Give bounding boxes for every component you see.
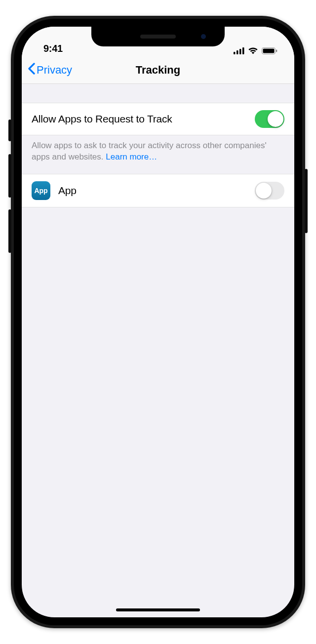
content: Allow Apps to Request to Track Allow app… [22, 84, 294, 207]
battery-icon [262, 47, 277, 54]
side-button-silent [8, 120, 11, 141]
side-button-volume-down [8, 209, 11, 253]
toggle-allow-tracking[interactable] [255, 110, 284, 128]
svg-rect-2 [239, 49, 241, 54]
home-indicator[interactable] [116, 608, 200, 611]
svg-rect-1 [237, 50, 238, 54]
section-footer: Allow apps to ask to track your activity… [22, 135, 294, 174]
side-button-volume-up [8, 154, 11, 198]
svg-rect-0 [234, 52, 236, 54]
screen: 9:41 [22, 27, 294, 617]
row-app: App App [22, 174, 294, 207]
back-label: Privacy [37, 64, 72, 77]
row-label-allow-tracking: Allow Apps to Request to Track [32, 113, 255, 125]
phone-frame: 9:41 [11, 16, 305, 628]
svg-rect-3 [242, 47, 244, 54]
front-camera [200, 33, 207, 40]
speaker-grille [140, 35, 176, 39]
status-icons [234, 47, 277, 54]
cellular-icon [234, 47, 244, 54]
row-allow-tracking: Allow Apps to Request to Track [22, 103, 294, 135]
toggle-knob [256, 183, 272, 199]
learn-more-link[interactable]: Learn more… [106, 152, 157, 161]
svg-rect-5 [263, 48, 275, 53]
back-button[interactable]: Privacy [28, 63, 72, 78]
svg-rect-6 [276, 49, 277, 52]
wifi-icon [248, 47, 258, 54]
nav-bar: Privacy Tracking [22, 56, 294, 84]
side-button-power [305, 169, 308, 233]
app-icon-text: App [34, 187, 47, 195]
toggle-app[interactable] [255, 182, 284, 200]
notch [91, 27, 225, 46]
page-title: Tracking [136, 64, 180, 77]
app-icon: App [32, 181, 50, 200]
row-label-app: App [58, 185, 255, 197]
status-time: 9:41 [43, 43, 63, 54]
chevron-left-icon [28, 63, 36, 78]
toggle-knob [268, 111, 283, 127]
